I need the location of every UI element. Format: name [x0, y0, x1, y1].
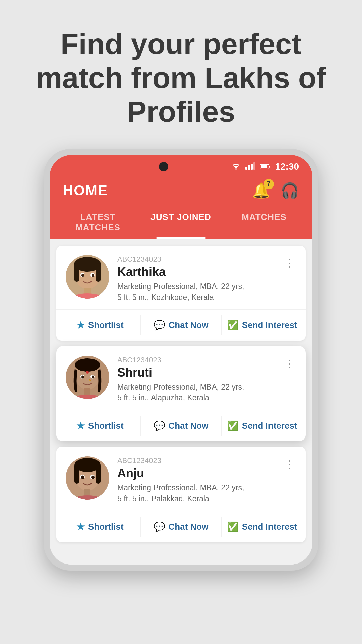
- app-header: HOME 🔔 7 🎧: [50, 178, 312, 199]
- profile-details-anju: Marketing Professional, MBA, 22 yrs,5 ft…: [117, 482, 274, 504]
- svg-rect-11: [74, 263, 79, 282]
- avatar-shruti[interactable]: [66, 356, 109, 399]
- tab-just-joined[interactable]: JUST JOINED: [139, 206, 223, 239]
- chat-button-anju[interactable]: 💬 Chat Now: [140, 517, 222, 537]
- phone-inner: 12:30 HOME 🔔 7 🎧 LATEST: [50, 155, 312, 565]
- app-tabs: LATEST MATCHES JUST JOINED MATCHES: [50, 199, 312, 239]
- tab-matches[interactable]: MATCHES: [223, 206, 306, 239]
- star-icon-anju: ★: [76, 521, 85, 532]
- card-info-shruti: ABC1234023 Shruti Marketing Professional…: [117, 356, 274, 403]
- status-bar-right: 12:30: [231, 161, 299, 172]
- svg-rect-12: [96, 263, 101, 282]
- profile-name-karthika: Karthika: [117, 265, 274, 279]
- avatar-anju[interactable]: [66, 456, 109, 500]
- card-actions-anju: ★ Shortlist 💬 Chat Now ✅ Send Interest: [56, 511, 306, 542]
- svg-point-15: [81, 274, 84, 277]
- profile-name-shruti: Shruti: [117, 366, 274, 380]
- profile-name-anju: Anju: [117, 466, 274, 480]
- profile-card-shruti: ABC1234023 Shruti Marketing Professional…: [56, 346, 306, 441]
- time-display: 12:30: [275, 161, 299, 172]
- chat-label-karthika: Chat Now: [169, 320, 209, 330]
- app-header-title: HOME: [63, 182, 108, 199]
- svg-point-39: [91, 476, 95, 479]
- chat-label-anju: Chat Now: [169, 522, 209, 532]
- profile-id-anju: ABC1234023: [117, 456, 274, 465]
- interest-button-anju[interactable]: ✅ Send Interest: [222, 517, 302, 537]
- svg-point-22: [85, 359, 90, 364]
- notification-badge: 7: [264, 179, 274, 189]
- chat-button-shruti[interactable]: 💬 Chat Now: [140, 416, 222, 436]
- cards-area: ABC1234023 Karthika Marketing Profession…: [50, 239, 312, 554]
- more-options-shruti[interactable]: ⋮: [282, 356, 296, 372]
- card-top-karthika: ABC1234023 Karthika Marketing Profession…: [56, 246, 306, 309]
- interest-button-shruti[interactable]: ✅ Send Interest: [222, 416, 302, 436]
- svg-point-0: [235, 168, 237, 170]
- shortlist-button-shruti[interactable]: ★ Shortlist: [60, 416, 140, 436]
- header-icons: 🔔 7 🎧: [252, 182, 299, 199]
- profile-details-shruti: Marketing Professional, MBA, 22 yrs,5 ft…: [117, 382, 274, 403]
- shortlist-button-anju[interactable]: ★ Shortlist: [60, 517, 140, 537]
- phone-container: 12:30 HOME 🔔 7 🎧 LATEST: [44, 149, 318, 571]
- star-icon-karthika: ★: [76, 320, 85, 331]
- svg-rect-35: [96, 464, 101, 484]
- svg-rect-4: [253, 162, 255, 170]
- svg-rect-6: [261, 165, 267, 168]
- svg-point-28: [89, 379, 91, 381]
- shortlist-label-karthika: Shortlist: [88, 320, 123, 330]
- interest-label-anju: Send Interest: [242, 522, 297, 532]
- svg-point-26: [81, 375, 84, 378]
- avatar-karthika[interactable]: [66, 255, 109, 299]
- svg-point-38: [81, 476, 84, 479]
- bell-wrapper[interactable]: 🔔 7: [252, 182, 270, 199]
- profile-details-karthika: Marketing Professional, MBA, 22 yrs,5 ft…: [117, 281, 274, 303]
- svg-point-23: [86, 371, 89, 374]
- svg-rect-3: [251, 164, 253, 170]
- card-info-karthika: ABC1234023 Karthika Marketing Profession…: [117, 255, 274, 303]
- check-icon-shruti: ✅: [227, 420, 239, 431]
- interest-label-karthika: Send Interest: [242, 320, 297, 330]
- interest-label-shruti: Send Interest: [242, 421, 297, 431]
- card-actions-karthika: ★ Shortlist 💬 Chat Now ✅ Send Interest: [56, 309, 306, 341]
- camera-notch: [159, 162, 168, 171]
- tab-latest-matches[interactable]: LATEST MATCHES: [56, 206, 139, 239]
- card-info-anju: ABC1234023 Anju Marketing Professional, …: [117, 456, 274, 504]
- card-actions-shruti: ★ Shortlist 💬 Chat Now ✅ Send Interest: [56, 410, 306, 441]
- page-wrapper: Find your perfect match from Lakhs of Pr…: [0, 0, 362, 644]
- profile-card-anju: ABC1234023 Anju Marketing Professional, …: [56, 447, 306, 542]
- svg-rect-34: [74, 464, 79, 484]
- svg-rect-7: [269, 166, 270, 168]
- profile-card-karthika: ABC1234023 Karthika Marketing Profession…: [56, 246, 306, 341]
- wifi-icon: [231, 161, 241, 172]
- svg-point-27: [92, 375, 94, 378]
- status-bar-center: [159, 162, 168, 171]
- chat-label-shruti: Chat Now: [169, 421, 209, 431]
- star-icon-shruti: ★: [76, 420, 85, 431]
- hero-title: Find your perfect match from Lakhs of Pr…: [27, 27, 335, 129]
- chat-icon-karthika: 💬: [154, 320, 165, 331]
- check-icon-anju: ✅: [227, 521, 239, 532]
- svg-rect-1: [245, 167, 247, 170]
- chat-icon-anju: 💬: [154, 521, 165, 532]
- headphone-icon[interactable]: 🎧: [281, 182, 299, 199]
- more-options-anju[interactable]: ⋮: [282, 456, 296, 472]
- card-top-anju: ABC1234023 Anju Marketing Professional, …: [56, 447, 306, 511]
- shortlist-label-shruti: Shortlist: [88, 421, 123, 431]
- chat-button-karthika[interactable]: 💬 Chat Now: [140, 315, 222, 335]
- interest-button-karthika[interactable]: ✅ Send Interest: [222, 315, 302, 335]
- shortlist-button-karthika[interactable]: ★ Shortlist: [60, 315, 140, 335]
- svg-rect-2: [248, 165, 250, 170]
- svg-point-16: [92, 274, 94, 277]
- signal-icon: [245, 161, 256, 172]
- profile-id-karthika: ABC1234023: [117, 255, 274, 264]
- shortlist-label-anju: Shortlist: [88, 522, 123, 532]
- phone-frame: 12:30 HOME 🔔 7 🎧 LATEST: [44, 149, 318, 571]
- chat-icon-shruti: 💬: [154, 420, 165, 431]
- battery-icon: [260, 161, 271, 172]
- card-top-shruti: ABC1234023 Shruti Marketing Professional…: [56, 346, 306, 410]
- more-options-karthika[interactable]: ⋮: [282, 255, 296, 271]
- profile-id-shruti: ABC1234023: [117, 356, 274, 364]
- hero-section: Find your perfect match from Lakhs of Pr…: [0, 0, 362, 149]
- phone-bottom: [50, 554, 312, 565]
- status-bar: 12:30: [50, 155, 312, 178]
- check-icon-karthika: ✅: [227, 320, 239, 331]
